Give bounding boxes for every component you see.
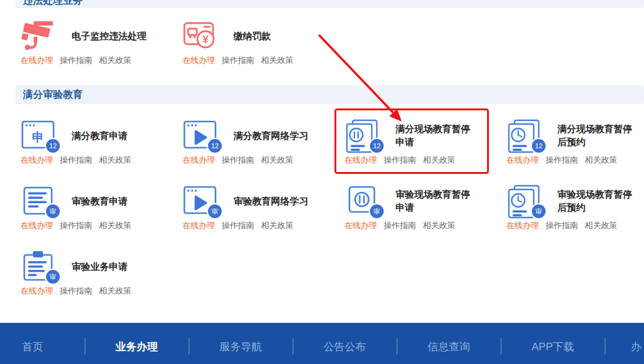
service-card[interactable]: 审 审验现场教育暂停申请 在线办理 操作指南 相关政策 xyxy=(339,181,501,247)
related-policy-link[interactable]: 相关政策 xyxy=(261,155,293,166)
docs-pause-icon: 12 xyxy=(344,118,379,152)
online-handle-link[interactable]: 在线办理 xyxy=(21,285,53,297)
service-badge: 12 xyxy=(45,138,61,154)
operation-guide-link[interactable]: 操作指南 xyxy=(60,155,92,166)
online-handle-link[interactable]: 在线办理 xyxy=(21,55,53,66)
service-badge: 12 xyxy=(207,138,223,154)
service-links: 在线办理 操作指南 相关政策 xyxy=(506,155,644,166)
nav-item-label: 信息查询 xyxy=(428,340,470,354)
service-links: 在线办理 操作指南 相关政策 xyxy=(506,220,644,231)
service-card[interactable]: 审 审验教育网络学习 在线办理 操作指南 相关政策 xyxy=(178,181,339,247)
docs-clock-icon: 12 xyxy=(506,118,541,152)
service-card[interactable]: 电子监控违法处理 在线办理 操作指南 相关政策 xyxy=(16,16,178,66)
service-links: 在线办理 操作指南 相关政策 xyxy=(182,220,339,231)
window-shen-icon: 申 12 xyxy=(21,118,55,152)
service-title: 审验现场教育暂停后预约 xyxy=(557,188,638,214)
related-policy-link[interactable]: 相关政策 xyxy=(261,55,293,66)
service-links: 在线办理 操作指南 相关政策 xyxy=(21,55,178,66)
square-pause-icon: 审 xyxy=(344,184,379,218)
service-title: 满分现场教育暂停后预约 xyxy=(557,122,638,148)
operation-guide-link[interactable]: 操作指南 xyxy=(222,155,254,166)
online-handle-link[interactable]: 在线办理 xyxy=(506,155,539,166)
related-policy-link[interactable]: 相关政策 xyxy=(99,155,131,166)
service-card-top: 12 满分现场教育暂停申请 xyxy=(344,118,501,152)
related-policy-link[interactable]: 相关政策 xyxy=(585,155,617,166)
cctv-camera-icon xyxy=(21,19,55,52)
service-links: 在线办理 操作指南 相关政策 xyxy=(344,220,501,231)
service-badge: 审 xyxy=(45,203,61,219)
online-handle-link[interactable]: 在线办理 xyxy=(21,220,53,231)
nav-item-label: 首页 xyxy=(22,340,44,354)
service-links: 在线办理 操作指南 相关政策 xyxy=(182,155,339,166)
service-links: 在线办理 操作指南 相关政策 xyxy=(21,155,178,166)
service-card[interactable]: 12 满分现场教育暂停后预约 在线办理 操作指南 相关政策 xyxy=(501,116,644,181)
svg-text:申: 申 xyxy=(32,131,44,144)
service-card[interactable]: 审 审验教育申请 在线办理 操作指南 相关政策 xyxy=(16,181,178,247)
service-card-top: 审 审验教育网络学习 xyxy=(182,184,339,218)
service-title: 审验业务申请 xyxy=(72,260,153,273)
nav-item[interactable]: 公告公布 xyxy=(293,334,397,359)
operation-guide-link[interactable]: 操作指南 xyxy=(384,220,416,231)
service-card-top: 12 满分教育网络学习 xyxy=(182,118,339,152)
service-card-top: 申 12 满分教育申请 xyxy=(21,118,178,152)
related-policy-link[interactable]: 相关政策 xyxy=(99,55,131,66)
service-card-top: 审 审验教育申请 xyxy=(21,184,178,218)
related-policy-link[interactable]: 相关政策 xyxy=(423,220,455,231)
service-title: 缴纳罚款 xyxy=(234,29,315,42)
related-policy-link[interactable]: 相关政策 xyxy=(99,220,131,231)
service-links: 在线办理 操作指南 相关政策 xyxy=(344,155,501,166)
operation-guide-link[interactable]: 操作指南 xyxy=(546,155,578,166)
service-title: 满分现场教育暂停申请 xyxy=(395,122,476,148)
service-card[interactable]: 审 审验业务申请 在线办理 操作指南 相关政策 xyxy=(16,247,178,312)
operation-guide-link[interactable]: 操作指南 xyxy=(60,220,92,231)
nav-item[interactable]: APP下载 xyxy=(501,334,605,359)
bottom-nav-items: 首页 业务办理 服务导航 公告公布 信息查询 APP下载 办 xyxy=(0,323,644,364)
nav-item-label: 公告公布 xyxy=(324,340,366,354)
service-badge: 审 xyxy=(207,203,223,219)
related-policy-link[interactable]: 相关政策 xyxy=(261,220,293,231)
service-card-top: 12 满分现场教育暂停后预约 xyxy=(506,118,644,152)
related-policy-link[interactable]: 相关政策 xyxy=(585,220,617,231)
online-handle-link[interactable]: 在线办理 xyxy=(344,155,377,166)
operation-guide-link[interactable]: 操作指南 xyxy=(60,285,92,297)
service-card-top: 电子监控违法处理 xyxy=(21,19,178,52)
service-card-top: ¥ 缴纳罚款 xyxy=(182,19,339,52)
service-links: 在线办理 操作指南 相关政策 xyxy=(21,285,178,297)
service-card[interactable]: 12 满分现场教育暂停申请 在线办理 操作指南 相关政策 xyxy=(339,116,501,181)
online-handle-link[interactable]: 在线办理 xyxy=(182,55,215,66)
service-badge: 12 xyxy=(369,138,385,154)
nav-item[interactable]: 首页 xyxy=(0,334,85,359)
service-title: 满分教育网络学习 xyxy=(234,129,315,142)
nav-item[interactable]: 服务导航 xyxy=(189,334,293,359)
docs-clock-icon: 审 xyxy=(506,184,541,218)
service-card[interactable]: ¥ 缴纳罚款 在线办理 操作指南 相关政策 xyxy=(178,16,339,66)
nav-item-label: APP下载 xyxy=(531,340,574,354)
service-title: 审验现场教育暂停申请 xyxy=(395,188,476,214)
online-handle-link[interactable]: 在线办理 xyxy=(21,155,53,166)
online-handle-link[interactable]: 在线办理 xyxy=(182,155,215,166)
wallet-yen-icon: ¥ xyxy=(182,19,217,52)
service-title: 审验教育申请 xyxy=(72,194,153,208)
doc-lines-icon: 审 xyxy=(21,184,55,218)
service-badge: 审 xyxy=(531,203,547,219)
operation-guide-link[interactable]: 操作指南 xyxy=(222,220,254,231)
nav-item[interactable]: 办 xyxy=(605,334,644,359)
operation-guide-link[interactable]: 操作指南 xyxy=(60,55,92,66)
related-policy-link[interactable]: 相关政策 xyxy=(423,155,455,166)
service-title: 满分教育申请 xyxy=(72,129,153,142)
nav-item[interactable]: 业务办理 xyxy=(85,334,189,359)
online-handle-link[interactable]: 在线办理 xyxy=(506,220,539,231)
service-card[interactable]: 申 12 满分教育申请 在线办理 操作指南 相关政策 xyxy=(16,116,178,181)
operation-guide-link[interactable]: 操作指南 xyxy=(222,55,254,66)
service-badge: 12 xyxy=(531,138,547,154)
nav-item[interactable]: 信息查询 xyxy=(397,334,501,359)
online-handle-link[interactable]: 在线办理 xyxy=(182,220,215,231)
service-title: 审验教育网络学习 xyxy=(234,194,315,208)
clipboard-lines-icon: 审 xyxy=(21,249,55,283)
operation-guide-link[interactable]: 操作指南 xyxy=(546,220,578,231)
related-policy-link[interactable]: 相关政策 xyxy=(99,285,131,297)
operation-guide-link[interactable]: 操作指南 xyxy=(384,155,416,166)
service-card[interactable]: 12 满分教育网络学习 在线办理 操作指南 相关政策 xyxy=(178,116,339,181)
online-handle-link[interactable]: 在线办理 xyxy=(344,220,377,231)
service-card[interactable]: 审 审验现场教育暂停后预约 在线办理 操作指南 相关政策 xyxy=(501,181,644,247)
